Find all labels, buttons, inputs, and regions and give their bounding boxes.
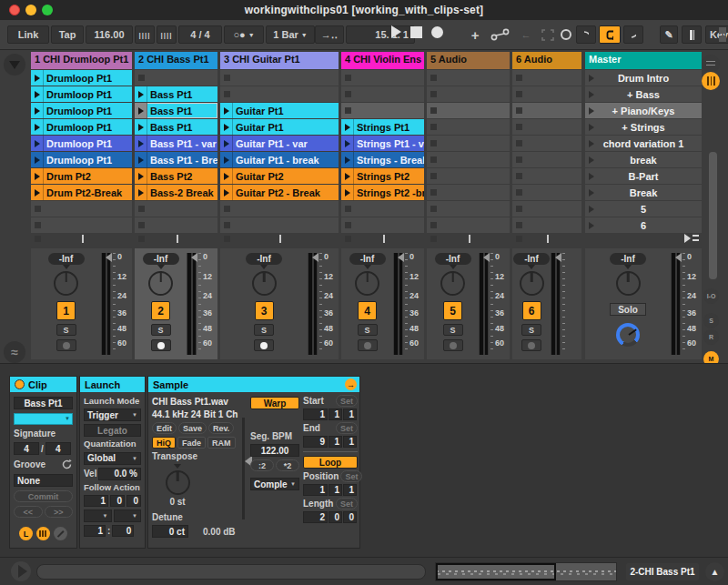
- clip-launch-button[interactable]: [220, 185, 233, 200]
- clip-activator-icon[interactable]: [15, 379, 25, 389]
- record-arm-button[interactable]: [443, 339, 463, 351]
- clip-preview-button[interactable]: [11, 561, 31, 581]
- time-signature-field[interactable]: 4 / 4: [178, 25, 222, 44]
- clip-launch-button[interactable]: [31, 103, 44, 118]
- session-record-icon[interactable]: [490, 28, 511, 41]
- clip-slot[interactable]: Guitar Pt1: [220, 119, 339, 135]
- empty-clip-slot[interactable]: [135, 70, 217, 86]
- clip-launch-button[interactable]: [31, 119, 44, 135]
- empty-clip-slot[interactable]: [135, 217, 217, 233]
- volume-field[interactable]: -Inf: [349, 253, 386, 265]
- mixer-toggle[interactable]: [702, 72, 720, 90]
- launch-box-toggle[interactable]: L: [19, 527, 33, 540]
- empty-clip-slot[interactable]: [427, 103, 510, 118]
- track-stop-row[interactable]: [427, 234, 510, 244]
- follow-action-beats-field[interactable]: 0: [110, 495, 125, 507]
- crossfader-section-toggle[interactable]: ≈: [4, 341, 25, 363]
- track-header[interactable]: 5 Audio: [427, 52, 510, 69]
- scene-slot[interactable]: B-Part: [585, 168, 702, 184]
- stop-all-clips-row[interactable]: [585, 234, 702, 244]
- warp-mode-select[interactable]: Comple: [250, 478, 299, 490]
- scene-slot[interactable]: + Strings: [585, 119, 702, 135]
- quantization-menu[interactable]: 1 Bar▼: [266, 25, 315, 44]
- clip-slot[interactable]: Drumloop Pt1: [31, 103, 132, 118]
- fade-button[interactable]: [576, 25, 596, 44]
- number-field[interactable]: 9: [303, 436, 328, 448]
- empty-clip-slot[interactable]: [341, 103, 424, 118]
- master-solo-button[interactable]: Solo: [610, 303, 646, 316]
- empty-clip-slot[interactable]: [427, 217, 510, 233]
- solo-button[interactable]: S: [521, 324, 541, 336]
- track-stop-row[interactable]: [220, 234, 339, 244]
- pan-knob[interactable]: [54, 271, 78, 296]
- half-tempo-button[interactable]: :2: [250, 459, 274, 471]
- loop-position-fields[interactable]: 111: [303, 484, 358, 496]
- empty-clip-slot[interactable]: [512, 217, 581, 233]
- loop-switch-icon[interactable]: [561, 29, 571, 40]
- empty-clip-slot[interactable]: [512, 201, 581, 217]
- solo-button[interactable]: S: [443, 324, 463, 336]
- empty-clip-slot[interactable]: [220, 70, 339, 86]
- number-field[interactable]: 1: [329, 484, 342, 496]
- close-button[interactable]: [9, 5, 20, 15]
- draw-mode-button[interactable]: ✎: [660, 25, 678, 44]
- legato-button[interactable]: Legato: [84, 424, 141, 437]
- clip-slot[interactable]: Drumloop Pt1: [31, 152, 132, 167]
- follow-chance-a-field[interactable]: 1: [84, 525, 106, 537]
- track-stop-row[interactable]: [135, 234, 217, 244]
- clip-launch-button[interactable]: [135, 168, 147, 184]
- clip-launch-button[interactable]: [341, 185, 354, 200]
- warp-button[interactable]: Warp: [250, 397, 299, 409]
- clip-slot[interactable]: Drumloop Pt1: [31, 136, 132, 151]
- track-stop-row[interactable]: [341, 234, 424, 244]
- clip-launch-button[interactable]: [135, 185, 147, 200]
- track-header[interactable]: 3 CHI Guitar Pt1: [220, 52, 339, 69]
- follow-action-b-select[interactable]: [114, 509, 142, 522]
- clip-slot[interactable]: Drumloop Pt1: [31, 70, 132, 86]
- fade-toggle-button[interactable]: Fade: [177, 437, 206, 449]
- track-header[interactable]: 1 CHI Drumloop Pt1: [31, 52, 132, 69]
- empty-clip-slot[interactable]: [512, 168, 581, 184]
- empty-clip-slot[interactable]: [220, 201, 339, 217]
- follow-button[interactable]: →‥: [315, 25, 344, 44]
- clip-slot[interactable]: Strings Pt1: [341, 119, 424, 135]
- pan-knob[interactable]: [520, 271, 544, 296]
- start-set-button[interactable]: Set: [336, 395, 358, 407]
- session-scrollbar[interactable]: [709, 152, 717, 279]
- back-to-arrangement-button[interactable]: ←: [517, 25, 535, 44]
- clip-slot[interactable]: Guitar Pt2: [220, 168, 339, 184]
- nudge-down-button[interactable]: ||||: [135, 25, 155, 44]
- volume-field[interactable]: -Inf: [435, 253, 471, 265]
- overview-toggle[interactable]: [702, 55, 720, 73]
- detune-field[interactable]: 0 ct: [152, 525, 188, 538]
- minimize-button[interactable]: [25, 5, 36, 15]
- follow-action-a-select[interactable]: [84, 509, 112, 522]
- track-activator-button[interactable]: 4: [358, 301, 377, 320]
- reverse-button[interactable]: Rev.: [208, 422, 234, 434]
- empty-clip-slot[interactable]: [220, 217, 339, 233]
- scene-slot[interactable]: Drum Intro: [585, 70, 702, 86]
- number-field[interactable]: 1: [303, 484, 328, 496]
- automation-loop-button[interactable]: [599, 25, 621, 44]
- clip-slot[interactable]: Guitar Pt1 - var: [220, 136, 339, 151]
- empty-clip-slot[interactable]: [512, 185, 581, 200]
- empty-clip-slot[interactable]: [341, 70, 424, 86]
- empty-clip-slot[interactable]: [427, 185, 510, 200]
- empty-clip-slot[interactable]: [427, 86, 510, 102]
- empty-clip-slot[interactable]: [512, 119, 581, 135]
- clip-slot[interactable]: Bass Pt1: [135, 86, 217, 102]
- clip-slot[interactable]: Guitar Pt1 - break: [220, 152, 339, 167]
- clip-launch-button[interactable]: [341, 152, 354, 167]
- master-track-header[interactable]: Master: [585, 52, 702, 69]
- next-clip-button[interactable]: >>: [45, 506, 74, 518]
- pan-knob[interactable]: [355, 271, 379, 296]
- empty-clip-slot[interactable]: [31, 217, 132, 233]
- clip-launch-button[interactable]: [31, 152, 44, 167]
- follow-action-bars-field[interactable]: 1: [84, 495, 108, 507]
- record-arm-button[interactable]: [56, 339, 76, 351]
- seg-bpm-field[interactable]: 122.00: [250, 444, 299, 457]
- track-activator-button[interactable]: 2: [151, 301, 170, 320]
- clip-slot[interactable]: Guitar Pt1: [220, 103, 339, 118]
- clip-launch-button[interactable]: [31, 86, 44, 102]
- clip-slot[interactable]: Drum Pt2: [31, 168, 132, 184]
